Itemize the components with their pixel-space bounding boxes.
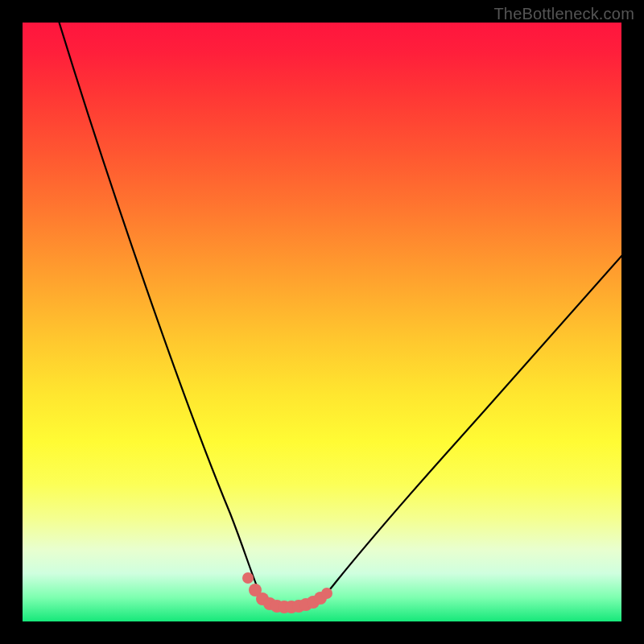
curve-layer bbox=[23, 23, 621, 621]
watermark-text: TheBottleneck.com bbox=[493, 5, 634, 23]
valley-dots-group bbox=[242, 572, 332, 613]
bottleneck-curve bbox=[58, 23, 621, 610]
valley-dot bbox=[242, 572, 254, 584]
plot-area bbox=[23, 23, 621, 621]
valley-dot bbox=[321, 588, 332, 599]
chart-frame: TheBottleneck.com bbox=[0, 0, 644, 644]
